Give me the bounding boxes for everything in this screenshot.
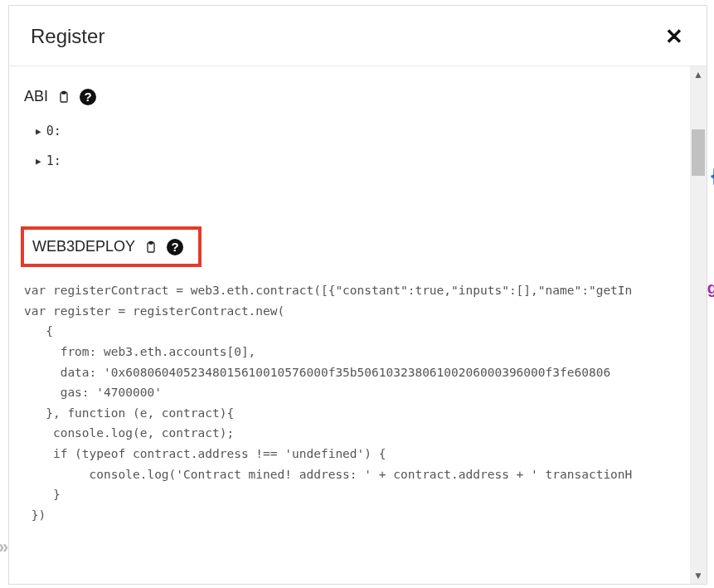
scroll-down-button[interactable]: ▼ <box>690 567 707 584</box>
vertical-scrollbar[interactable]: ▲ ▼ <box>690 66 707 584</box>
modal-body-wrap: ABI ? ▶ 0: ▶ 1: <box>9 66 707 584</box>
modal-header: Register ✕ <box>9 6 707 66</box>
web3deploy-code[interactable]: var registerContract = web3.eth.contract… <box>24 280 686 531</box>
clipboard-icon[interactable] <box>56 89 71 105</box>
scroll-thumb[interactable] <box>692 129 705 176</box>
web3deploy-section: WEB3DEPLOY ? var registerContract = web3… <box>24 226 690 531</box>
help-icon[interactable]: ? <box>167 239 183 255</box>
caret-right-icon: ▶ <box>36 156 41 167</box>
web3deploy-highlight-box: WEB3DEPLOY ? <box>21 226 202 267</box>
abi-label: ABI <box>24 88 48 105</box>
modal-body: ABI ? ▶ 0: ▶ 1: <box>9 66 690 584</box>
svg-rect-1 <box>62 91 66 94</box>
help-icon[interactable]: ? <box>80 89 96 105</box>
register-modal: Register ✕ ABI ? ▶ 0: ▶ 1: <box>8 5 707 585</box>
abi-section-heading: ABI ? <box>24 88 690 105</box>
background-brace-icon: { <box>711 163 714 188</box>
abi-item-1[interactable]: ▶ 1: <box>36 148 690 173</box>
scroll-up-button[interactable]: ▲ <box>690 66 707 83</box>
close-button[interactable]: ✕ <box>660 24 688 49</box>
abi-item-0[interactable]: ▶ 0: <box>36 119 690 143</box>
web3deploy-label: WEB3DEPLOY <box>32 238 135 255</box>
code-content: var registerContract = web3.eth.contract… <box>24 284 632 522</box>
abi-item-label: 0: <box>46 124 61 138</box>
caret-right-icon: ▶ <box>36 126 41 137</box>
clipboard-icon[interactable] <box>143 239 158 255</box>
background-g-char: g <box>707 279 714 298</box>
modal-title: Register <box>31 25 104 48</box>
svg-rect-3 <box>149 241 153 244</box>
abi-item-label: 1: <box>46 153 61 168</box>
